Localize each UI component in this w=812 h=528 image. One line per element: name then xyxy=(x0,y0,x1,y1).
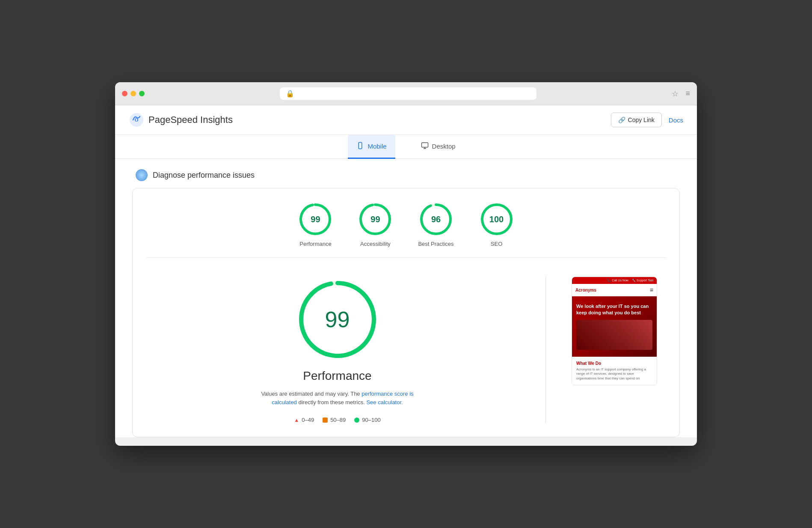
call-us-text: 📞 Call Us Now xyxy=(607,279,628,282)
large-performance-score: 99 xyxy=(325,307,350,332)
preview-hero: We look after your IT so you can keep do… xyxy=(572,296,657,357)
mobile-icon xyxy=(356,142,364,151)
maximize-button[interactable] xyxy=(139,91,145,96)
large-performance-circle: 99 xyxy=(295,277,380,362)
accessibility-score: 99 xyxy=(370,215,380,224)
legend-fail: ▲ 0–49 xyxy=(294,417,314,423)
score-item-seo[interactable]: 100 SEO xyxy=(480,202,514,247)
link-icon: 🔗 xyxy=(618,116,625,123)
score-legend: ▲ 0–49 50–89 90–100 xyxy=(294,417,380,423)
fail-icon: ▲ xyxy=(294,417,299,423)
preview-what-we-do: What We Do Acronyms is an IT support com… xyxy=(572,357,657,385)
copy-link-button[interactable]: 🔗 Copy Link xyxy=(611,113,662,127)
preview-what-title: What We Do xyxy=(576,361,652,366)
preview-hero-text: We look after your IT so you can keep do… xyxy=(576,304,649,315)
tabs-bar: Mobile Desktop xyxy=(115,135,697,159)
pagespeed-logo-icon xyxy=(129,112,144,128)
performance-label: Performance xyxy=(299,241,331,247)
large-score-left: 99 Performance Values are estimated and … xyxy=(155,277,520,423)
svg-rect-2 xyxy=(359,143,362,149)
page-content: PageSpeed Insights 🔗 Copy Link Docs xyxy=(115,105,697,437)
score-description: Values are estimated and may vary. The p… xyxy=(261,390,415,406)
close-button[interactable] xyxy=(122,91,127,96)
section-header: Diagnose performance issues xyxy=(115,159,697,188)
preview-what-text: Acronyms is an IT support company offeri… xyxy=(576,367,652,381)
bookmark-icon[interactable]: ☆ xyxy=(672,89,679,98)
preview-navbar: Acronyms ≡ xyxy=(572,284,657,296)
tab-desktop[interactable]: Desktop xyxy=(412,135,464,159)
performance-circle: 99 xyxy=(298,202,332,236)
accessibility-label: Accessibility xyxy=(360,241,391,247)
score-card: 99 Performance 99 Accessibility xyxy=(132,188,680,437)
tab-desktop-label: Desktop xyxy=(432,143,456,150)
preview-topbar: 📞 Call Us Now 🔧 Support Tool xyxy=(572,277,657,284)
legend-average: 50–89 xyxy=(323,417,346,423)
tab-mobile[interactable]: Mobile xyxy=(348,135,395,159)
menu-icon[interactable]: ≡ xyxy=(685,89,690,98)
seo-circle: 100 xyxy=(480,202,514,236)
website-preview: 📞 Call Us Now 🔧 Support Tool Acronyms ≡ … xyxy=(572,277,657,385)
legend-pass: 90–100 xyxy=(354,417,380,423)
best-practices-circle: 96 xyxy=(419,202,453,236)
best-practices-score: 96 xyxy=(431,215,441,224)
desktop-icon xyxy=(421,142,429,151)
score-circles-row: 99 Performance 99 Accessibility xyxy=(146,202,666,258)
vertical-divider xyxy=(545,277,546,423)
score-item-best-practices[interactable]: 96 Best Practices xyxy=(418,202,453,247)
tab-mobile-label: Mobile xyxy=(367,143,386,150)
pass-icon xyxy=(354,418,359,423)
logo-area: PageSpeed Insights xyxy=(129,112,233,128)
browser-titlebar: 🔒 ☆ ≡ xyxy=(115,82,697,105)
large-score-area: 99 Performance Values are estimated and … xyxy=(146,268,666,423)
preview-logo: Acronyms xyxy=(575,288,596,292)
support-text: 🔧 Support Tool xyxy=(632,279,653,282)
average-icon xyxy=(323,418,328,423)
page-header: PageSpeed Insights 🔗 Copy Link Docs xyxy=(115,105,697,135)
score-item-performance[interactable]: 99 Performance xyxy=(298,202,332,247)
section-title: Diagnose performance issues xyxy=(153,171,255,180)
accessibility-circle: 99 xyxy=(358,202,392,236)
svg-rect-4 xyxy=(421,143,428,147)
performance-score: 99 xyxy=(311,215,320,224)
seo-label: SEO xyxy=(491,241,502,247)
lock-icon: 🔒 xyxy=(286,89,294,98)
minimize-button[interactable] xyxy=(130,91,136,96)
browser-window: 🔒 ☆ ≡ PageSpeed Insights � xyxy=(115,82,697,446)
large-score-title: Performance xyxy=(303,369,371,383)
address-bar: 🔒 xyxy=(150,87,667,100)
hamburger-icon: ≡ xyxy=(650,286,653,293)
best-practices-label: Best Practices xyxy=(418,241,453,247)
header-actions: 🔗 Copy Link Docs xyxy=(611,113,683,127)
diagnose-icon xyxy=(136,169,148,181)
url-field[interactable]: 🔒 xyxy=(280,87,536,100)
browser-actions: ☆ ≡ xyxy=(672,89,690,98)
seo-score: 100 xyxy=(489,215,504,224)
docs-link[interactable]: Docs xyxy=(669,116,683,124)
logo-text: PageSpeed Insights xyxy=(148,114,233,125)
score-item-accessibility[interactable]: 99 Accessibility xyxy=(358,202,392,247)
traffic-lights xyxy=(122,91,145,96)
